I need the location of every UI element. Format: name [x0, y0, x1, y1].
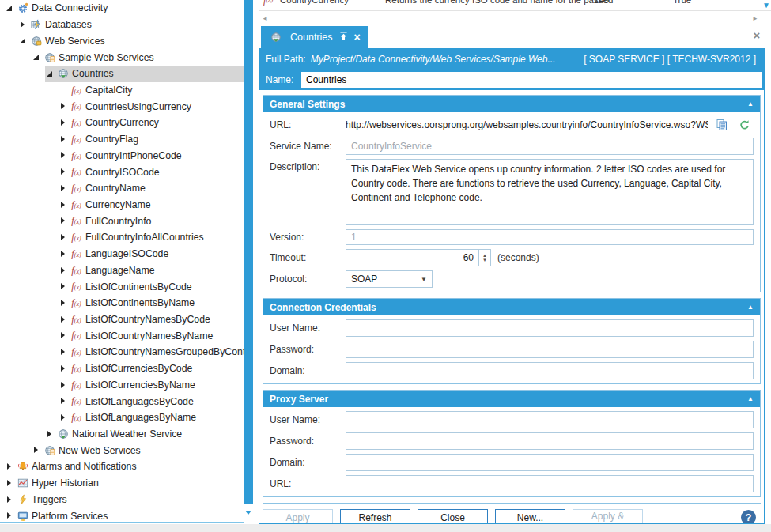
expander-collapsed-icon[interactable] — [59, 213, 70, 229]
proxy-url-input[interactable] — [346, 475, 754, 492]
proxy-user-input[interactable] — [346, 411, 754, 428]
expander-collapsed-icon[interactable] — [59, 311, 70, 328]
collapse-arrow-icon[interactable]: ▲ — [747, 100, 754, 108]
tree-item-languageisocode[interactable]: f(x)LanguageISOCode — [59, 246, 244, 262]
expander-collapsed-icon[interactable] — [59, 377, 70, 394]
expander-collapsed-icon[interactable] — [59, 164, 70, 180]
credentials-user-input[interactable] — [346, 319, 754, 337]
expander-collapsed-icon[interactable] — [59, 115, 70, 131]
tree-item-countries[interactable]: Countries — [45, 66, 244, 82]
expander-collapsed-icon[interactable] — [59, 278, 70, 295]
expander-collapsed-icon[interactable] — [59, 197, 70, 213]
tree-scrollbar-thumb[interactable] — [244, 0, 253, 504]
refresh-icon[interactable] — [739, 119, 750, 131]
expander-collapsed-icon[interactable] — [59, 131, 70, 148]
expander-expanded-icon[interactable] — [18, 32, 29, 49]
tree-item-languagename[interactable]: f(x)LanguageName — [59, 262, 244, 279]
tree-item-listofcontinentsbyname[interactable]: f(x)ListOfContinentsByName — [59, 295, 244, 311]
service-name-input[interactable] — [346, 138, 754, 155]
tree-item-listofcountrynamesgroupedbycontinent[interactable]: f(x)ListOfCountryNamesGroupedByContinent — [59, 344, 244, 360]
tree-scroll-down-icon[interactable] — [245, 511, 251, 515]
tree-item-listofcurrenciesbyname[interactable]: f(x)ListOfCurrenciesByName — [59, 377, 244, 394]
expander-collapsed-icon[interactable] — [59, 393, 70, 409]
expander-collapsed-icon[interactable] — [32, 442, 43, 458]
promote-up-icon[interactable] — [338, 31, 349, 43]
expander-collapsed-icon[interactable] — [59, 262, 70, 279]
expander-collapsed-icon[interactable] — [5, 492, 16, 508]
tree-item-databases[interactable]: Databases — [18, 17, 244, 33]
expander-collapsed-icon[interactable] — [5, 507, 16, 523]
tree-item-countryintphonecode[interactable]: f(x)CountryIntPhoneCode — [59, 147, 244, 164]
tree-item-data-connectivity[interactable]: Data Connectivity — [5, 0, 244, 17]
general-settings-header[interactable]: General Settings ▲ — [263, 96, 760, 112]
navigation-tree[interactable]: Data ConnectivityDatabasesWeb ServicesSa… — [0, 0, 244, 523]
version-input[interactable] — [346, 229, 754, 245]
tree-item-countryflag[interactable]: f(x)CountryFlag — [59, 131, 244, 148]
scroll-left-icon[interactable]: ◄ — [262, 15, 268, 22]
tree-item-listoflanguagesbycode[interactable]: f(x)ListOfLanguagesByCode — [59, 393, 244, 409]
timeout-input[interactable] — [346, 249, 479, 266]
tree-item-listofcontinentsbycode[interactable]: f(x)ListOfContinentsByCode — [59, 278, 244, 295]
tab-close-icon[interactable]: × — [354, 32, 361, 43]
tree-item-web-services[interactable]: Web Services — [18, 32, 244, 49]
expander-collapsed-icon[interactable] — [59, 344, 70, 360]
tree-item-fullcountryinfo[interactable]: f(x)FullCountryInfo — [59, 213, 244, 229]
name-input[interactable] — [300, 71, 762, 89]
tree-item-listofcurrenciesbycode[interactable]: f(x)ListOfCurrenciesByCode — [59, 360, 244, 377]
tree-item-alarms-and-notifications[interactable]: Alarms and Notifications — [5, 458, 244, 475]
tree-item-countriesusingcurrency[interactable]: f(x)CountriesUsingCurrency — [59, 98, 244, 115]
tree-item-capitalcity[interactable]: f(x)CapitalCity — [59, 82, 244, 99]
spinner-down-icon[interactable]: ▼ — [482, 258, 487, 262]
tree-item-countrycurrency[interactable]: f(x)CountryCurrency — [59, 115, 244, 131]
tree-item-sample-web-services[interactable]: Sample Web Services — [32, 49, 244, 66]
tree-item-currencyname[interactable]: f(x)CurrencyName — [59, 197, 244, 213]
collapse-arrow-icon[interactable]: ▲ — [747, 304, 754, 311]
expander-expanded-icon[interactable] — [45, 66, 56, 82]
expander-collapsed-icon[interactable] — [59, 147, 70, 164]
expander-expanded-icon[interactable] — [32, 49, 43, 66]
proxy-password-input[interactable] — [346, 432, 754, 450]
tree-item-national-weather-service[interactable]: National Weather Service — [45, 426, 244, 443]
horizontal-scrollbar[interactable]: ◄ ► — [259, 13, 771, 24]
expander-collapsed-icon[interactable] — [5, 458, 16, 475]
close-button[interactable]: Close — [418, 509, 488, 523]
credentials-domain-input[interactable] — [346, 362, 754, 379]
tree-item-countryisocode[interactable]: f(x)CountryISOCode — [59, 164, 244, 180]
collapse-arrow-icon[interactable]: ▲ — [747, 395, 754, 402]
expander-collapsed-icon[interactable] — [5, 475, 16, 492]
tree-item-listoflanguagesbyname[interactable]: f(x)ListOfLanguagesByName — [59, 409, 244, 426]
expander-collapsed-icon[interactable] — [45, 426, 56, 443]
new-button[interactable]: New... — [495, 509, 565, 523]
tree-item-listofcountrynamesbyname[interactable]: f(x)ListOfCountryNamesByName — [59, 327, 244, 344]
expander-expanded-icon[interactable] — [5, 0, 16, 17]
tree-item-countryname[interactable]: f(x)CountryName — [59, 180, 244, 197]
expander-collapsed-icon[interactable] — [59, 295, 70, 311]
tree-scrollbar[interactable] — [244, 0, 253, 523]
expander-collapsed-icon[interactable] — [59, 98, 70, 115]
tree-item-hyper-historian[interactable]: Hyper Historian — [5, 475, 244, 492]
expander-collapsed-icon[interactable] — [59, 229, 70, 246]
expander-collapsed-icon[interactable] — [59, 409, 70, 426]
grid-caret-down-icon[interactable]: ▼ — [762, 1, 770, 9]
proxy-server-header[interactable]: Proxy Server ▲ — [263, 391, 760, 407]
tree-item-listofcountrynamesbycode[interactable]: f(x)ListOfCountryNamesByCode — [59, 311, 244, 328]
credentials-password-input[interactable] — [346, 341, 754, 358]
scroll-right-icon[interactable]: ► — [752, 15, 758, 22]
expander-collapsed-icon[interactable] — [59, 327, 70, 344]
tab-countries[interactable]: Countries × — [261, 26, 368, 48]
protocol-select[interactable]: SOAP ▼ — [346, 270, 433, 288]
expander-collapsed-icon[interactable] — [59, 180, 70, 197]
tree-item-platform-services[interactable]: Platform Services — [5, 507, 244, 523]
help-button[interactable]: ? — [741, 510, 756, 523]
description-textarea[interactable]: This DataFlex Web Service opens up count… — [346, 159, 754, 225]
tree-item-triggers[interactable]: Triggers — [5, 492, 244, 508]
expander-collapsed-icon[interactable] — [59, 246, 70, 262]
pane-close-icon[interactable]: × — [750, 29, 763, 42]
tree-item-new-web-services[interactable]: New Web Services — [32, 442, 244, 458]
copy-icon[interactable] — [716, 119, 728, 131]
refresh-button[interactable]: Refresh — [340, 509, 410, 523]
proxy-domain-input[interactable] — [346, 454, 754, 471]
expander-collapsed-icon[interactable] — [59, 360, 70, 377]
tree-item-fullcountryinfoallcountries[interactable]: f(x)FullCountryInfoAllCountries — [59, 229, 244, 246]
timeout-spinner[interactable]: ▲ ▼ — [479, 249, 491, 266]
